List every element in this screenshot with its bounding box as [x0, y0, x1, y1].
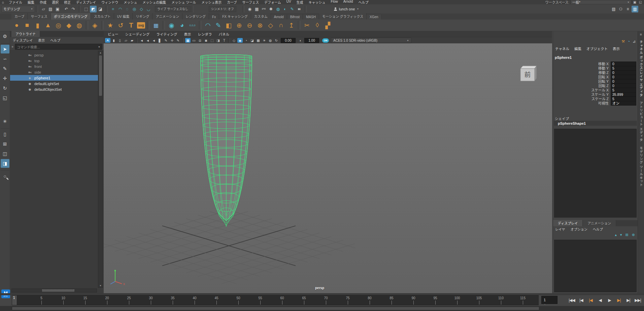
menu-item[interactable]: メッシュ [121, 0, 140, 5]
layout-outliner-persp-icon[interactable]: ◨ [1, 159, 9, 168]
move-layer-up-icon[interactable]: ▴ [615, 233, 617, 237]
multi-cut-icon[interactable]: ✂ [302, 21, 311, 30]
new-scene-icon[interactable]: ▱ [40, 6, 47, 12]
menu-item[interactable]: デフォーム [262, 0, 284, 5]
menu-item[interactable]: サーフェス [240, 0, 262, 5]
target-weld-icon[interactable]: ◊ [313, 21, 322, 30]
shelf-tab[interactable]: カーブ [11, 13, 28, 20]
attribute-value-field[interactable]: 35.899 [611, 92, 636, 97]
snap-to-projected-center-icon[interactable]: ◎ [131, 6, 138, 12]
gate-mask-icon[interactable]: ◙ [203, 38, 209, 43]
layer-editor-menu-item[interactable]: ヘルプ [593, 227, 603, 232]
crease-set-icon[interactable]: ▞ [323, 21, 332, 30]
menu-item[interactable]: メッシュ表示 [199, 0, 224, 5]
snap-to-grid-icon[interactable]: ⌗ [110, 6, 116, 12]
layer-editor-tab[interactable]: アニメーション [583, 220, 616, 226]
outliner-menu-item[interactable]: 表示 [38, 38, 45, 43]
outliner-menu-item[interactable]: ヘルプ [50, 38, 60, 43]
open-scene-icon[interactable]: ▨ [47, 6, 54, 12]
mirror-icon[interactable]: ◧ [224, 21, 233, 30]
camera-select-icon[interactable]: ◄ [139, 38, 144, 43]
menu-item[interactable]: Arnold [341, 0, 356, 5]
view-cube[interactable]: 前 [517, 63, 539, 85]
shelf-tab[interactable]: Fx [209, 14, 219, 20]
live-surface-field[interactable]: ライブ サーフェスなし [155, 6, 191, 12]
layout-four-pane-icon[interactable]: ⊞ [1, 140, 9, 148]
step-back-frame-button[interactable]: |◀ [577, 296, 585, 305]
selection-filter-icon[interactable]: ⌖ [11, 45, 13, 49]
panel-menu-item[interactable]: ビュー [108, 32, 118, 37]
gamma-field[interactable]: 1.00 [304, 38, 319, 43]
outliner-item[interactable]: ◉ defaultLightSet [10, 81, 98, 86]
command-search-input[interactable]: コマンド検索... ▼ [15, 44, 102, 50]
undo-icon[interactable]: ↶ [63, 6, 70, 12]
outliner-item[interactable]: ◈ pSphere1 [10, 75, 98, 81]
combine-icon[interactable]: ⊕ [235, 21, 244, 30]
scale-tool-icon[interactable]: ◱ [1, 93, 9, 102]
textured-icon[interactable]: ◪ [249, 38, 255, 43]
home-icon[interactable]: ⌂ [0, 0, 6, 4]
current-frame-field[interactable]: 1 [541, 296, 557, 304]
modeling-toolkit-grid-icon[interactable]: ▦ [151, 21, 161, 30]
panel-menu-item[interactable]: シェーディング [125, 32, 150, 37]
shape-node-row[interactable]: pSphereShape1 [554, 121, 637, 126]
pause-viewport-icon[interactable]: ▮▮ [296, 6, 303, 12]
default-material-icon[interactable]: ◔ [243, 38, 249, 43]
go-to-start-button[interactable]: |◀◀ [568, 296, 576, 305]
workspace-pin-icon[interactable]: ▣ [633, 0, 637, 4]
grid-toggle-icon[interactable]: ▦ [185, 38, 191, 43]
menu-item[interactable]: 生成 [294, 0, 306, 5]
panel-menu-item[interactable]: レンダラ [198, 32, 212, 37]
shelf-tab[interactable]: レンダリング [182, 13, 209, 20]
menu-item[interactable]: 編集 [25, 0, 37, 5]
shelf-tab[interactable]: ポリゴンのモデリング [51, 13, 91, 20]
quad-draw-icon[interactable]: ✎ [214, 21, 223, 30]
outliner-tab[interactable]: アウトライナ [11, 31, 40, 37]
outliner-item[interactable]: ■◂ front [10, 64, 98, 69]
current-frame-marker[interactable]: 1 [12, 296, 16, 305]
shelf-icon[interactable] [101, 21, 104, 30]
shelf-icon[interactable] [163, 21, 165, 30]
menu-item[interactable]: メッシュ ツール [169, 0, 199, 5]
super-shape-icon[interactable]: ★ [106, 21, 115, 30]
snap-to-view-plane-icon[interactable]: ◇ [138, 6, 145, 12]
layer-editor-menu-item[interactable]: オプション [571, 227, 587, 232]
poly-disc-icon[interactable]: ◍ [75, 21, 84, 30]
play-backwards-button[interactable]: ◀ [596, 296, 604, 305]
channel-box-menu-item[interactable]: チャネル [555, 46, 569, 51]
shelf-tab[interactable]: アニメーション [152, 13, 182, 20]
outliner-item[interactable]: ■◂ side [10, 69, 98, 75]
go-to-end-button[interactable]: ▶▶| [634, 296, 642, 305]
outliner-horizontal-scrollbar[interactable] [11, 288, 97, 293]
step-back-key-button[interactable]: |◀ [586, 296, 595, 305]
redo-icon[interactable]: ↷ [70, 6, 77, 12]
render-settings-icon[interactable]: ✱ [268, 6, 274, 12]
layout-single-pane-icon[interactable]: ▯ [1, 130, 9, 139]
2d-pan-zoom-icon[interactable]: ✎ [163, 38, 169, 43]
menu-item[interactable]: UV [284, 0, 294, 5]
scroll-down-icon[interactable]: ▼ [98, 284, 103, 287]
sweep-mesh-icon[interactable]: ↺ [116, 21, 125, 30]
shading-points-icon[interactable]: ▰ [129, 38, 135, 43]
dock-tab[interactable]: アトリビュート エディタ [639, 102, 643, 142]
ui-gear-icon[interactable]: ⚙ [1, 32, 9, 41]
svg-tool-icon[interactable]: svg [137, 22, 145, 29]
menu-item[interactable]: ファイル [6, 0, 25, 5]
shelf-icon[interactable] [86, 21, 88, 30]
shelf-icon[interactable] [147, 21, 149, 30]
attribute-value-field[interactable]: 0 [611, 62, 636, 66]
safe-title-icon[interactable]: T [222, 38, 227, 43]
dock-tab[interactable]: モデリング ツールキット [639, 147, 643, 187]
layer-editor-tab[interactable]: ディスプレイ [553, 220, 583, 226]
viewport-toolbar-icon[interactable] [182, 38, 184, 43]
bevel-icon[interactable]: ◇ [266, 21, 275, 30]
snap-to-point-icon[interactable]: ◌ [124, 6, 131, 12]
pivot-icon[interactable]: ✛ [169, 38, 175, 43]
resolution-gate-icon[interactable]: ◘ [197, 38, 203, 43]
attribute-value-field[interactable]: 0 [611, 83, 636, 88]
outliner-item[interactable]: ◉ defaultObjectSet [10, 86, 98, 92]
select-object-icon[interactable]: ◩ [90, 6, 97, 12]
account-menu[interactable]: lunch one ▼ [334, 7, 359, 11]
poly-torus-icon[interactable]: ◎ [54, 21, 63, 30]
menu-item[interactable]: 作成 [37, 0, 49, 5]
